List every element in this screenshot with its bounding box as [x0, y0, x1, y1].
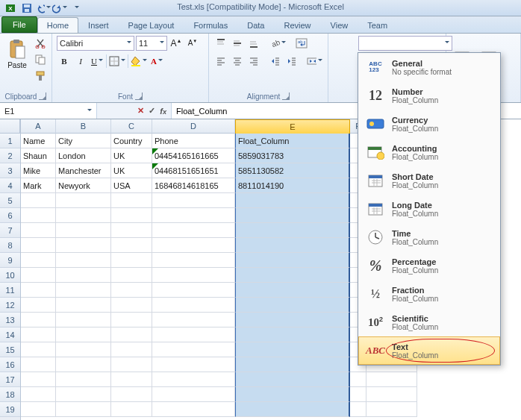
cell[interactable]	[152, 223, 235, 238]
tab-insert[interactable]: Insert	[78, 17, 119, 33]
cell[interactable]	[111, 372, 152, 387]
number-format-item-accounting[interactable]: Accounting Float_Column	[358, 138, 500, 166]
cell[interactable]	[56, 193, 111, 208]
cell[interactable]: UK	[111, 163, 152, 178]
cell[interactable]	[235, 253, 350, 268]
select-all-corner[interactable]	[0, 119, 20, 134]
number-format-item-longdate[interactable]: Long DateFloat_Column	[358, 195, 500, 223]
align-right-button[interactable]	[246, 54, 261, 69]
cell[interactable]: 04454165161665	[152, 148, 235, 163]
cell[interactable]	[21, 253, 56, 268]
row-header[interactable]: 15	[0, 342, 20, 357]
tab-home[interactable]: Home	[37, 17, 78, 33]
row-header[interactable]: 5	[0, 193, 20, 208]
cell[interactable]	[111, 357, 152, 372]
column-header-A[interactable]: A	[21, 119, 56, 134]
cell[interactable]	[56, 238, 111, 253]
cut-button[interactable]	[33, 36, 48, 51]
column-header-E[interactable]: E	[235, 119, 350, 134]
cell[interactable]	[111, 208, 152, 223]
cell[interactable]	[21, 298, 56, 313]
row-header[interactable]: 19	[0, 402, 20, 417]
merge-center-button[interactable]	[306, 54, 323, 69]
cell[interactable]	[111, 387, 152, 402]
cell[interactable]: Float_Column	[235, 134, 350, 148]
column-header-B[interactable]: B	[56, 119, 111, 134]
cell[interactable]	[235, 342, 350, 357]
cell[interactable]	[56, 223, 111, 238]
italic-button[interactable]: I	[73, 54, 88, 69]
cell[interactable]	[152, 372, 235, 387]
cell[interactable]	[56, 313, 111, 327]
number-format-item-shortdate[interactable]: Short DateFloat_Column	[358, 166, 500, 195]
cell[interactable]	[21, 357, 56, 372]
column-header-D[interactable]: D	[152, 119, 235, 134]
cell[interactable]	[235, 313, 350, 327]
cell[interactable]	[21, 372, 56, 387]
tab-page-layout[interactable]: Page Layout	[119, 17, 184, 33]
cell[interactable]	[111, 193, 152, 208]
borders-button[interactable]	[108, 54, 126, 69]
cell[interactable]	[111, 253, 152, 268]
cell[interactable]: London	[56, 148, 111, 163]
cell[interactable]: 16846814618165	[152, 178, 235, 193]
alignment-launcher-icon[interactable]	[282, 93, 290, 100]
cell[interactable]	[235, 283, 350, 298]
cell[interactable]	[56, 402, 111, 417]
cell[interactable]: USA	[111, 178, 152, 193]
cell[interactable]	[235, 402, 350, 417]
number-format-item-number[interactable]: 12NumberFloat_Column	[358, 81, 500, 110]
cancel-formula-icon[interactable]: ✕	[137, 106, 144, 116]
cell[interactable]: Shaun	[21, 148, 56, 163]
cell[interactable]: 04468151651651	[152, 163, 235, 178]
name-box[interactable]: E1	[0, 103, 97, 119]
save-icon[interactable]	[19, 1, 34, 15]
cell[interactable]	[152, 357, 235, 372]
cell[interactable]	[152, 283, 235, 298]
cell[interactable]	[21, 313, 56, 327]
row-header[interactable]: 14	[0, 327, 20, 342]
cell[interactable]	[152, 193, 235, 208]
cell[interactable]	[56, 208, 111, 223]
cell[interactable]	[111, 268, 152, 283]
cell[interactable]	[56, 342, 111, 357]
copy-button[interactable]	[33, 52, 48, 67]
cell[interactable]	[350, 387, 366, 402]
row-header[interactable]: 16	[0, 357, 20, 372]
cell[interactable]	[235, 357, 350, 372]
cell[interactable]	[366, 402, 417, 417]
fill-color-button[interactable]	[130, 54, 148, 69]
cell[interactable]	[235, 208, 350, 223]
cell[interactable]: Mark	[21, 178, 56, 193]
font-color-button[interactable]: A	[149, 54, 164, 69]
enter-formula-icon[interactable]: ✓	[149, 106, 155, 116]
row-header[interactable]: 17	[0, 372, 20, 387]
cell[interactable]	[111, 342, 152, 357]
number-format-item-text[interactable]: ABCTextFloat_Column	[358, 336, 500, 365]
cell[interactable]	[350, 402, 366, 417]
row-header[interactable]: 12	[0, 298, 20, 313]
cell[interactable]	[21, 193, 56, 208]
number-format-select[interactable]	[358, 36, 452, 51]
cell[interactable]	[56, 327, 111, 342]
font-family-select[interactable]: Calibri	[57, 36, 134, 51]
align-left-button[interactable]	[213, 54, 228, 69]
row-header[interactable]: 11	[0, 283, 20, 298]
decrease-indent-button[interactable]	[268, 54, 283, 69]
paste-button[interactable]: Paste	[4, 36, 30, 72]
row-header[interactable]: 9	[0, 253, 20, 268]
cell[interactable]	[111, 327, 152, 342]
cell[interactable]	[235, 193, 350, 208]
excel-app-icon[interactable]: X	[3, 1, 18, 15]
row-header[interactable]: 1	[0, 134, 20, 148]
number-format-item-general[interactable]: ABC123GeneralNo specific format	[358, 53, 500, 81]
row-header[interactable]: 7	[0, 223, 20, 238]
cell[interactable]	[366, 372, 417, 387]
cell[interactable]	[21, 402, 56, 417]
cell[interactable]	[21, 342, 56, 357]
font-launcher-icon[interactable]	[135, 93, 143, 100]
row-header[interactable]: 2	[0, 148, 20, 163]
cell[interactable]	[152, 208, 235, 223]
cell[interactable]: 5851130582	[235, 163, 350, 178]
cell[interactable]: City	[56, 134, 111, 148]
